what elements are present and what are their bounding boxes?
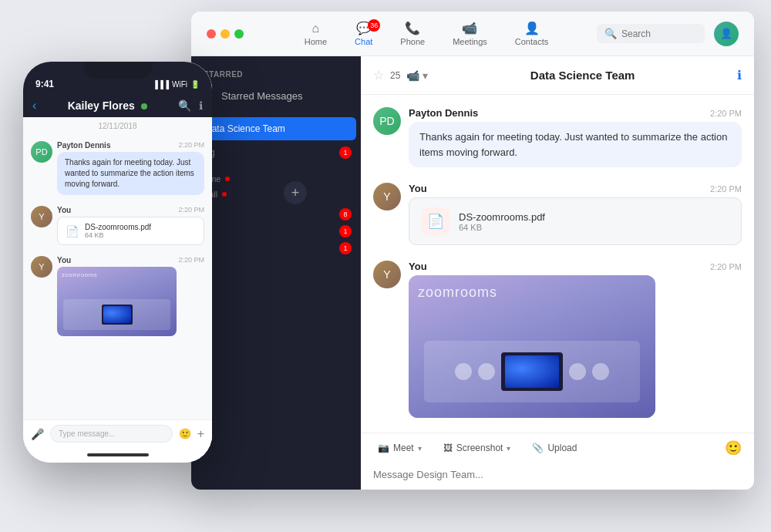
at-all-item[interactable]: @all [191,187,361,202]
phone-header-icons: 🔍 ℹ [178,99,203,112]
file-bubble[interactable]: 📄 DS-zoomrooms.pdf 64 KB [409,197,742,245]
upload-icon: 📎 [532,443,544,453]
search-input[interactable] [621,29,699,39]
emoji-toolbar-icon[interactable]: 🙂 [725,439,742,456]
message-body-2: You 2:20 PM 📄 DS-zoomrooms.pdf 64 KB [409,183,742,245]
phone-input-placeholder: Type message... [59,429,115,438]
phone-zoom-label: zoomrooms [62,271,172,278]
video-icon[interactable]: 📹 ▾ [406,69,428,82]
search-bar[interactable]: 🔍 [597,24,705,43]
new-channel-button[interactable]: + [284,181,307,204]
message-group-3: Y You 2:20 PM zoomrooms [373,261,742,418]
channel-badge: 1 [339,146,352,159]
you-avatar-2: Y [373,261,401,288]
phone-plus-icon[interactable]: + [197,427,204,441]
star-header-icon[interactable]: ☆ [373,68,384,82]
starred-messages-label: Starred Messages [221,90,303,102]
signal-icon: ▐▐▐ [153,80,169,89]
search-icon: 🔍 [604,28,617,39]
message-meta-3: You 2:20 PM [409,261,742,272]
phone-monitor [102,305,133,325]
file-info: DS-zoomrooms.pdf 64 KB [459,211,545,232]
at-me-dot [225,177,230,181]
back-button[interactable]: ‹ [32,99,36,113]
phone-sender-1: Payton Dennis [57,141,110,150]
title-bar: ⌂ Home 36 💬 Chat 📞 Phone 📹 Meetings 👤 Co… [191,12,754,56]
phone-home-indicator [87,453,149,456]
user-avatar[interactable]: 👤 [714,22,739,46]
sender-2: You [409,183,427,194]
phone-emoji-icon[interactable]: 🙂 [179,428,191,439]
microphone-icon[interactable]: 🎤 [31,428,44,440]
screenshot-chevron: ▾ [507,444,510,453]
message-body-1: Payton Dennis 2:20 PM Thanks again for m… [409,107,742,167]
chair-3 [569,363,586,380]
messages-area[interactable]: PD Payton Dennis 2:20 PM Thanks again fo… [361,95,754,433]
phone-message-input[interactable]: Type message... [50,425,173,443]
message-meta-2: You 2:20 PM [409,183,742,194]
tab-chat[interactable]: 36 💬 Chat [341,18,386,49]
phone-payton-avatar: PD [31,141,52,163]
meet-label: Meet [393,443,414,453]
badge-8: 8 [339,208,352,221]
at-me-item[interactable]: @me [191,171,361,187]
close-button[interactable] [207,29,216,39]
sidebar-item-channel2[interactable]: ling 1 [191,140,361,165]
tab-meetings[interactable]: 📹 Meetings [439,18,501,49]
pdf-icon: 📄 [422,207,449,235]
zoom-rooms-label: zoomrooms [418,285,497,301]
screenshot-icon: 🖼 [443,443,453,453]
phone-search-icon[interactable]: 🔍 [178,99,191,112]
chat-header: ☆ 25 📹 ▾ Data Science Team ℹ [361,56,754,95]
phone-home-bar [23,447,212,463]
phone-msg-3: Y You 2:20 PM zoomrooms [31,256,204,336]
screenshot-label: Screenshot [456,443,503,453]
phone-messages[interactable]: PD Payton Dennis 2:20 PM Thanks again fo… [23,135,212,419]
meet-chevron: ▾ [418,444,422,453]
tab-home[interactable]: ⌂ Home [291,19,341,49]
phone-chat-header: ‹ Kailey Flores 🔍 ℹ [23,94,212,117]
phone-file-size: 64 KB [85,231,151,239]
battery-icon: 🔋 [190,80,200,89]
phone-monitor-glow [103,306,131,323]
online-indicator [141,103,147,109]
tab-phone[interactable]: 📞 Phone [386,18,439,49]
chat-toolbar: 📷 Meet ▾ 🖼 Screenshot ▾ 📎 Upload 🙂 [361,433,754,463]
phone-sender-3: You [57,256,71,264]
chair-4 [592,363,609,380]
conference-table [424,341,640,402]
home-icon: ⌂ [312,22,320,35]
phone-file-info: DS-zoomrooms.pdf 64 KB [85,223,151,239]
phone-time: 9:41 [35,79,54,89]
phone-notch [83,62,153,79]
tab-home-label: Home [305,37,327,46]
image-bubble[interactable]: zoomrooms [409,275,655,418]
phone-image-bubble[interactable]: zoomrooms [57,267,177,336]
payton-avatar: PD [373,107,401,135]
time-3: 2:20 PM [710,262,742,271]
phone-file-name: DS-zoomrooms.pdf [85,223,151,231]
maximize-button[interactable] [234,29,244,39]
phone-info-icon[interactable]: ℹ [199,99,203,112]
phone-file-bubble[interactable]: 📄 DS-zoomrooms.pdf 64 KB [57,217,204,245]
chat-input[interactable] [373,469,742,480]
chat-title: Data Science Team [437,69,728,82]
sidebar-item-starred[interactable]: ★ Starred Messages [191,83,361,108]
desktop-window: ⌂ Home 36 💬 Chat 📞 Phone 📹 Meetings 👤 Co… [191,12,754,490]
phone-pdf-icon: 📄 [66,225,79,237]
phone-msg-2: Y You 2:20 PM 📄 DS-zoomrooms.pdf 64 KB [31,206,204,245]
tab-contacts[interactable]: 👤 Contacts [501,18,562,49]
minimize-button[interactable] [221,29,230,39]
nav-tabs: ⌂ Home 36 💬 Chat 📞 Phone 📹 Meetings 👤 Co… [256,18,597,49]
text-bubble-1: Thanks again for meeting today. Just wan… [409,122,742,167]
tab-chat-label: Chat [355,37,372,46]
upload-button[interactable]: 📎 Upload [527,439,581,456]
tab-contacts-label: Contacts [515,37,548,46]
header-left-icons: ☆ 25 📹 ▾ [373,68,428,82]
info-icon[interactable]: ℹ [737,68,742,82]
meet-button[interactable]: 📷 Meet ▾ [373,439,426,456]
meetings-icon: 📹 [462,21,477,35]
phone-msg-meta-3: You 2:20 PM [57,256,204,264]
sidebar-item-data-science[interactable]: Data Science Team [196,117,356,140]
screenshot-button[interactable]: 🖼 Screenshot ▾ [439,439,516,456]
